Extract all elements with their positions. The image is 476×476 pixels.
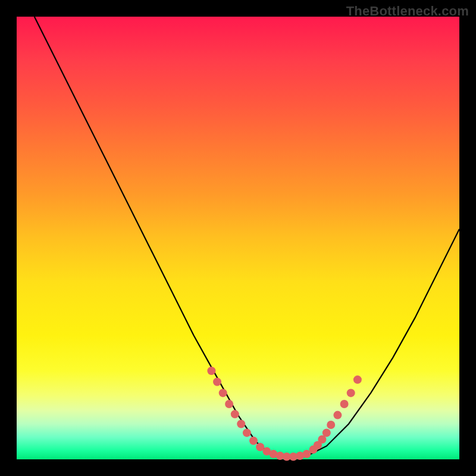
marker-cluster-right [309, 375, 362, 454]
data-marker [340, 400, 349, 408]
data-marker [213, 378, 221, 386]
data-marker [207, 367, 215, 375]
chart-svg [17, 17, 459, 459]
bottleneck-curve [35, 17, 459, 457]
data-marker [237, 420, 245, 428]
data-marker [243, 428, 251, 437]
marker-cluster-left [207, 367, 311, 461]
plot-area [17, 17, 459, 459]
data-marker [347, 389, 355, 397]
data-marker [333, 411, 342, 419]
data-marker [353, 375, 362, 384]
data-marker [225, 400, 233, 408]
watermark-text: TheBottleneck.com [346, 4, 469, 19]
data-marker [327, 421, 335, 429]
data-marker [219, 389, 227, 397]
data-marker [249, 437, 258, 445]
curve-line [35, 17, 459, 457]
chart-container: TheBottleneck.com [0, 0, 476, 476]
data-marker [322, 428, 331, 437]
data-marker [231, 410, 239, 418]
